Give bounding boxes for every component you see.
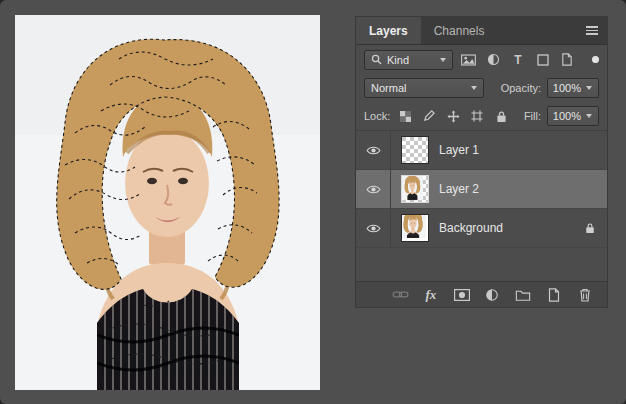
lock-fill-row: Lock: Fill: 100% [356,102,607,131]
lock-label: Lock: [364,110,390,122]
layer-mask-icon [454,289,470,301]
new-layer-button[interactable] [544,286,564,304]
layer-thumbnail-portrait-cutout[interactable] [401,175,429,203]
tab-layers-label: Layers [369,24,408,38]
lock-position-move-icon[interactable] [444,108,462,124]
hamburger-menu-icon [586,24,598,37]
tab-layers[interactable]: Layers [356,17,421,44]
filter-kind-dropdown[interactable]: Kind [364,50,453,70]
opacity-dropdown[interactable]: 100% [547,78,599,98]
new-group-button[interactable] [513,286,533,304]
layers-panel-footer: fx [356,281,607,307]
thumbnail-artwork [402,176,428,202]
visibility-toggle[interactable] [356,209,391,247]
tab-channels-label: Channels [434,24,485,38]
visibility-toggle[interactable] [356,131,391,169]
fill-value: 100% [553,110,581,122]
thumbnail-artwork [402,215,428,241]
document-canvas[interactable] [15,15,320,390]
type-letter-glyph: T [514,54,521,66]
layer-thumbnail-transparent[interactable] [401,136,429,164]
panel-menu-button[interactable] [577,17,607,44]
add-layer-mask-button[interactable] [452,286,472,304]
fill-dropdown[interactable]: 100% [547,106,599,126]
layer-name[interactable]: Layer 2 [439,182,479,196]
portrait-image [15,15,320,390]
opacity-value: 100% [553,82,581,94]
fill-label: Fill: [524,110,541,122]
folder-icon [515,289,531,301]
filter-kind-label: Kind [387,54,409,66]
new-page-icon [548,288,560,302]
filter-adjustment-layers-icon[interactable] [484,52,502,68]
layer-style-button[interactable]: fx [421,286,441,304]
eye-icon [366,145,381,156]
layer-filter-toggle[interactable] [592,56,599,63]
trash-icon [579,288,591,302]
blend-mode-value: Normal [371,82,406,94]
filter-smart-objects-icon[interactable] [558,52,576,68]
blend-opacity-row: Normal Opacity: 100% [356,74,607,102]
eye-icon [366,184,381,195]
delete-layer-button[interactable] [575,286,595,304]
layer-thumbnail-background[interactable] [401,214,429,242]
photoshop-workspace: Layers Channels Kind [0,0,626,404]
filter-shape-layers-icon[interactable] [534,52,552,68]
lock-all-icon[interactable] [492,108,510,124]
lock-image-pixels-brush-icon[interactable] [420,108,438,124]
eye-icon [366,223,381,234]
blend-mode-dropdown[interactable]: Normal [364,78,484,98]
filter-pixel-layers-icon[interactable] [460,52,478,68]
lock-artboard-nesting-icon[interactable] [468,108,486,124]
search-icon [371,54,382,65]
tab-channels[interactable]: Channels [421,17,498,44]
chevron-down-icon [586,86,592,90]
chevron-down-icon [471,86,477,90]
layer-name[interactable]: Layer 1 [439,143,479,157]
layer-row-layer1[interactable]: Layer 1 [356,131,607,170]
layers-panel: Layers Channels Kind [355,16,608,308]
adjustment-circle-icon [485,288,499,302]
fx-icon: fx [425,288,436,301]
filter-type-layers-icon[interactable]: T [509,52,527,68]
visibility-toggle[interactable] [356,170,391,208]
panel-tab-bar: Layers Channels [356,17,607,45]
opacity-label: Opacity: [501,82,541,94]
link-layers-button[interactable] [390,286,410,304]
chevron-down-icon [440,58,446,62]
layer-row-background[interactable]: Background [356,209,607,248]
background-lock-icon [585,222,595,234]
layer-filter-row: Kind T [356,45,607,74]
lock-transparent-pixels-icon[interactable] [396,108,414,124]
layer-name[interactable]: Background [439,221,503,235]
new-adjustment-layer-button[interactable] [482,286,502,304]
layer-row-layer2[interactable]: Layer 2 [356,170,607,209]
chevron-down-icon [586,114,592,118]
chain-link-icon [392,290,409,299]
